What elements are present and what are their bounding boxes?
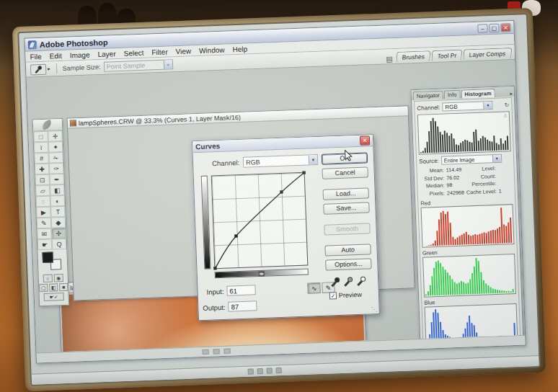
stat-cachelevel: Cache Level:1 (466, 187, 513, 195)
menu-file[interactable]: File (30, 52, 42, 61)
tool-caret-icon[interactable]: ▸ (48, 66, 50, 72)
histogram-green-canvas (422, 254, 516, 298)
menu-edit[interactable]: Edit (49, 51, 62, 60)
save-button[interactable]: Save... (323, 202, 370, 214)
eraser-tool[interactable]: ▱ (35, 185, 50, 197)
palette-menu-icon[interactable]: ▸ (510, 91, 513, 97)
menu-help[interactable]: Help (232, 45, 247, 53)
curve-grid[interactable] (211, 172, 309, 270)
minimize-icon[interactable]: – (477, 24, 487, 33)
refresh-icon[interactable]: ↻ (505, 102, 510, 108)
input-field[interactable]: 61 (226, 285, 255, 295)
histogram-palette: NavigatorInfoHistogram▸ Channel: RGB ▾ ↻… (411, 86, 525, 353)
dodge-tool[interactable]: ◐ (50, 195, 66, 207)
white-point-eyedropper-icon[interactable] (358, 277, 366, 286)
path-selection-tool[interactable]: ▶ (36, 207, 51, 218)
photoshop-window: Adobe Photoshop – ▢ ✕ FileEditImageLayer… (25, 20, 526, 364)
tab-histogram[interactable]: Histogram (461, 89, 495, 99)
menu-layer[interactable]: Layer (97, 50, 115, 58)
current-tool-icon[interactable] (30, 63, 47, 75)
stat-count: Count: (466, 172, 512, 180)
foreground-color-swatch[interactable] (42, 252, 53, 264)
cache-warning-icon[interactable]: ⚠ (503, 112, 508, 117)
tab-navigator[interactable]: Navigator (413, 91, 444, 101)
options-button[interactable]: Options... (325, 258, 372, 270)
standard-mode-button[interactable]: ○ (43, 275, 53, 282)
source-label: Source: (419, 157, 439, 164)
preview-label: Preview (339, 291, 362, 299)
menu-filter[interactable]: Filter (151, 48, 168, 56)
jump-to-imageready-button[interactable]: ☛✓ (44, 293, 64, 301)
document-icon (70, 120, 76, 126)
fullscreen-menubar-button[interactable]: ◧ (49, 283, 58, 291)
black-point-eyedropper-icon[interactable] (332, 277, 340, 287)
preview-checkbox[interactable]: ✓ (329, 292, 337, 299)
menu-image[interactable]: Image (70, 50, 90, 59)
palette-well-tab-layer-comps[interactable]: Layer Comps (464, 48, 513, 60)
histogram-source-select[interactable]: Entire Image ▾ (441, 154, 502, 165)
gray-point-eyedropper-icon[interactable] (345, 277, 353, 286)
fullscreen-button[interactable]: ■ (59, 283, 68, 291)
brush-tool[interactable]: ✑ (49, 163, 64, 174)
channel-label: Channel: (212, 159, 239, 167)
gradient-flip-icon[interactable]: ◂▸ (258, 271, 265, 277)
stat-label: Percentile: (466, 180, 496, 188)
crop-tool[interactable]: # (34, 153, 49, 164)
close-icon[interactable]: ✕ (360, 135, 370, 146)
toolbox-header[interactable] (33, 119, 63, 131)
input-gradient-bar[interactable]: ◂▸ (215, 269, 309, 279)
stat-level: Level: (465, 164, 511, 172)
curve-point-tool-button[interactable]: ∿ (307, 282, 321, 294)
shape-tool[interactable]: ◆ (51, 217, 66, 228)
stat-label: Pixels: (420, 190, 445, 197)
load-button[interactable]: Load... (323, 187, 370, 200)
tab-info[interactable]: Info (444, 90, 461, 99)
palette-well-tab-brushes[interactable]: Brushes (396, 50, 430, 63)
curves-channel-select[interactable]: RGB ▾ (243, 154, 318, 168)
monitor-screen: Adobe Photoshop – ▢ ✕ FileEditImageLayer… (17, 13, 541, 386)
healing-brush-tool[interactable]: ✚ (35, 164, 50, 175)
move-tool[interactable]: ✛ (48, 130, 63, 142)
sample-size-select[interactable]: Point Sample ▾ (103, 59, 172, 72)
zoom-tool[interactable]: Q (52, 239, 67, 250)
palette-well-tab-tool-pr[interactable]: Tool Pr (431, 50, 462, 62)
maximize-icon[interactable]: ▢ (489, 23, 499, 32)
blur-tool[interactable]: ◌ (36, 196, 51, 208)
output-gradient-bar (201, 176, 211, 270)
resize-grip-icon[interactable]: ⋱ (371, 306, 377, 313)
pen-tool[interactable]: ✎ (37, 218, 52, 229)
dialog-button-column: OKCancelLoad...Save...SmoothAutoOptions.… (322, 152, 372, 274)
stat-label: Mean: (420, 167, 444, 174)
output-field[interactable]: 87 (228, 300, 257, 311)
hand-tool[interactable]: ☛ (37, 239, 53, 251)
stat-value: 114.49 (446, 166, 461, 174)
smooth-button: Smooth (324, 223, 371, 235)
histogram-statistics: Mean:114.49Std Dev:76.02Median:98Pixels:… (420, 164, 513, 198)
close-icon[interactable]: ✕ (500, 23, 510, 32)
curve-control-point (280, 190, 283, 194)
histogram-channel-select[interactable]: RGB ▾ (442, 101, 492, 112)
magic-wand-tool[interactable]: ✦ (48, 141, 63, 153)
rectangular-marquee-tool[interactable]: □ (33, 131, 48, 143)
histogram-main-canvas: ⚠ (417, 111, 511, 155)
curve-control-point (213, 267, 217, 270)
eyedropper-tool[interactable]: ✢ (51, 228, 66, 239)
curves-dialog: Curves ✕ Channel: RGB ▾ ◂▸ Input: (192, 134, 380, 321)
type-tool[interactable]: T (50, 206, 66, 218)
standard-screen-button[interactable]: ▢ (39, 284, 48, 292)
gradient-tool[interactable]: ◧ (50, 184, 65, 196)
notes-tool[interactable]: ✉ (37, 228, 52, 240)
quick-mask-mode-button[interactable]: ◉ (54, 274, 63, 282)
cancel-button[interactable]: Cancel (322, 166, 368, 179)
slice-tool[interactable]: ✁ (48, 152, 63, 164)
feather-logo-icon (41, 120, 53, 130)
clone-stamp-tool[interactable]: ⊡ (35, 174, 50, 186)
menu-select[interactable]: Select (123, 48, 143, 57)
stat-pixels: Pixels:242968 (420, 189, 466, 197)
auto-button[interactable]: Auto (324, 244, 371, 256)
lasso-tool[interactable]: ≀ (34, 142, 49, 153)
menu-window[interactable]: Window (199, 45, 225, 54)
menu-view[interactable]: View (175, 47, 191, 55)
history-brush-tool[interactable]: ✒ (49, 174, 64, 185)
stats-left-column: Mean:114.49Std Dev:76.02Median:98Pixels:… (420, 166, 466, 197)
